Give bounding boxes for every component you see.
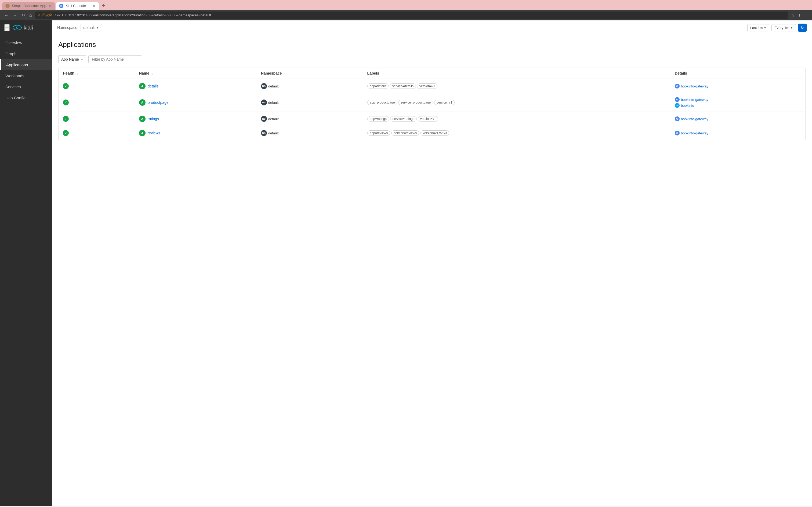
applications-table-container: Health ↕ Name ↕ Namespace ↕	[58, 68, 806, 140]
app-link-ratings[interactable]: A ratings	[139, 116, 252, 122]
time-range-arrow: ▼	[764, 26, 766, 29]
tab-kiali-console[interactable]: K Kiali Console ✕	[56, 2, 99, 10]
tab-close-bookstore[interactable]: ✕	[48, 4, 52, 8]
namespace-badge: NS default	[261, 116, 279, 122]
labels-container: app=ratingsservice=ratingsversion=v1	[367, 116, 666, 121]
hamburger-menu[interactable]: ☰	[4, 24, 10, 31]
labels-container: app=productpageservice=productpageversio…	[367, 100, 666, 105]
time-range-dropdown[interactable]: Last 1m ▼	[747, 24, 769, 32]
sidebar-item-services[interactable]: Services	[0, 81, 52, 92]
detail-link-text: bookinfo	[681, 104, 694, 108]
filter-type-dropdown[interactable]: App Name ▼	[58, 55, 86, 63]
address-actions: ☆ ⬇ ⋮	[790, 12, 809, 18]
app-link-details[interactable]: A details	[139, 83, 252, 89]
home-button[interactable]: ⌂	[28, 12, 33, 19]
detail-link-text: bookinfo-gateway	[681, 117, 708, 121]
table-row: ✓ A productpage NS default app=productpa…	[58, 93, 805, 112]
cell-labels: app=productpageservice=productpageversio…	[363, 93, 670, 112]
health-icon: ✓	[63, 83, 69, 89]
cell-labels: app=detailsservice=detailsversion=v1	[363, 79, 670, 93]
refresh-button[interactable]: ↻	[798, 23, 807, 32]
sidebar-item-overview[interactable]: Overview	[0, 37, 52, 48]
detail-link-bookinfo-gateway[interactable]: G bookinfo-gateway	[675, 97, 801, 102]
sidebar-nav: Overview Graph Applications Workloads Se…	[0, 35, 52, 506]
tab-close-kiali[interactable]: ✕	[92, 4, 96, 8]
sidebar-item-applications[interactable]: Applications	[0, 59, 52, 70]
sidebar-item-istio-config[interactable]: Istio Config	[0, 92, 52, 103]
sort-namespace-icon[interactable]: ↕	[284, 72, 286, 75]
app-name-ratings: ratings	[148, 117, 159, 121]
sort-details-icon[interactable]: ↕	[689, 72, 691, 75]
table-row: ✓ A details NS default app=detailsservic…	[58, 79, 805, 93]
cell-name: A reviews	[135, 126, 257, 140]
namespace-badge: NS default	[261, 100, 279, 105]
forward-button[interactable]: →	[12, 12, 18, 19]
bookmark-button[interactable]: ☆	[790, 12, 795, 18]
label-tag: version=v1	[417, 83, 438, 89]
app-name-reviews: reviews	[148, 131, 160, 135]
detail-link-bookinfo[interactable]: VS bookinfo	[675, 103, 801, 108]
new-tab-button[interactable]: +	[100, 2, 107, 10]
refresh-interval-dropdown[interactable]: Every 1m ▼	[771, 24, 796, 32]
cell-details: G bookinfo-gateway	[670, 79, 805, 93]
svg-point-2	[17, 27, 18, 28]
app-name-productpage: productpage	[148, 100, 169, 105]
sidebar: ☰ kiali Overview Graph Applications	[0, 20, 52, 506]
namespace-value-2: default	[268, 117, 279, 121]
namespace-badge: NS default	[261, 83, 279, 89]
cell-namespace: NS default	[257, 79, 363, 93]
app-link-reviews[interactable]: A reviews	[139, 130, 252, 136]
labels-container: app=reviewsservice=reviewsversion=v1,v2,…	[367, 130, 666, 136]
g-icon: G	[675, 131, 679, 135]
namespace-selector: Namespace: default ▼	[57, 24, 102, 32]
tab-label-kiali: Kiali Console	[65, 4, 86, 8]
col-health: Health ↕	[58, 68, 135, 79]
label-tag: version=v1	[434, 100, 455, 105]
address-input-container[interactable]: ⚠ 不安全 192.168.153.102:31430/kiali/consol…	[35, 11, 788, 19]
download-button[interactable]: ⬇	[797, 12, 802, 18]
label-tag: service=details	[390, 83, 416, 89]
kiali-logo: kiali	[12, 25, 33, 31]
applications-label: Applications	[6, 62, 28, 67]
namespace-dropdown[interactable]: default ▼	[81, 24, 102, 32]
namespace-dropdown-arrow: ▼	[96, 26, 99, 29]
health-icon: ✓	[63, 100, 69, 105]
sidebar-item-graph[interactable]: Graph	[0, 48, 52, 59]
detail-links-container: G bookinfo-gatewayVS bookinfo	[675, 97, 801, 108]
menu-button[interactable]: ⋮	[803, 12, 809, 18]
namespace-badge: NS default	[261, 130, 279, 136]
sidebar-item-workloads[interactable]: Workloads	[0, 70, 52, 81]
detail-link-text: bookinfo-gateway	[681, 98, 708, 102]
workloads-label: Workloads	[5, 73, 24, 78]
sort-name-icon[interactable]: ↕	[151, 72, 153, 75]
reload-button[interactable]: ↻	[20, 11, 26, 19]
label-tag: app=productpage	[367, 100, 397, 105]
detail-link-bookinfo-gateway[interactable]: G bookinfo-gateway	[675, 116, 801, 121]
cell-details: G bookinfo-gateway	[670, 112, 805, 126]
detail-link-bookinfo-gateway[interactable]: G bookinfo-gateway	[675, 131, 801, 135]
g-icon: G	[675, 116, 679, 121]
filter-type-arrow: ▼	[81, 58, 83, 61]
app-link-productpage[interactable]: A productpage	[139, 99, 252, 106]
health-icon: ✓	[63, 130, 69, 136]
detail-link-bookinfo-gateway[interactable]: G bookinfo-gateway	[675, 84, 801, 89]
cell-details: G bookinfo-gateway	[670, 126, 805, 140]
top-bar: Namespace: default ▼ Last 1m ▼ Every 1m …	[52, 20, 812, 35]
tab-simple-bookstore[interactable]: 🌐 Simple Bookstore App ✕	[2, 2, 55, 10]
table-body: ✓ A details NS default app=detailsservic…	[58, 79, 805, 140]
address-bar: ← → ↻ ⌂ ⚠ 不安全 192.168.153.102:31430/kial…	[0, 10, 812, 20]
page-title: Applications	[58, 41, 806, 49]
namespace-value-1: default	[268, 101, 279, 105]
filter-input[interactable]	[88, 55, 142, 63]
app-badge-productpage: A	[139, 99, 146, 106]
sort-health-icon[interactable]: ↕	[77, 72, 78, 75]
tab-bar: 🌐 Simple Bookstore App ✕ K Kiali Console…	[0, 0, 812, 10]
tab-favicon-bookstore: 🌐	[5, 4, 10, 8]
app-badge-details: A	[139, 83, 146, 89]
applications-table: Health ↕ Name ↕ Namespace ↕	[58, 68, 805, 140]
cell-namespace: NS default	[257, 93, 363, 112]
services-label: Services	[5, 84, 21, 89]
ns-icon: NS	[261, 83, 267, 89]
back-button[interactable]: ←	[3, 12, 10, 19]
sort-labels-icon[interactable]: ↕	[381, 72, 383, 75]
